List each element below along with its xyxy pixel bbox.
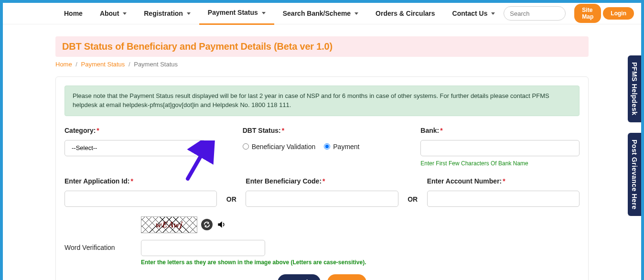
beneficiary-code-field: Enter Beneficiary Code:*: [246, 177, 398, 207]
application-id-label: Enter Application Id:*: [64, 177, 217, 185]
helpdesk-tab[interactable]: PFMS Helpdesk: [628, 55, 641, 122]
caret-down-icon: [491, 12, 495, 15]
nav-contact-us-label: Contact Us: [452, 10, 488, 17]
captcha-text: wEAwj: [155, 220, 183, 230]
required-icon: *: [440, 127, 442, 134]
dbt-status-field: DBT Status:* Beneficiary Validation Paym…: [243, 127, 402, 167]
caret-down-icon: [187, 12, 191, 15]
breadcrumb-payment-status[interactable]: Payment Status: [81, 61, 125, 68]
dbt-status-label: DBT Status:*: [243, 127, 402, 134]
captcha-media: wEAwj: [141, 216, 580, 233]
bank-hint: Enter First Few Characters Of Bank Name: [420, 160, 580, 167]
form-grid-row1: Category:* --Select-- DBT Status:* Benef…: [64, 127, 580, 167]
nav-search-bank-scheme[interactable]: Search Bank/Scheme: [274, 3, 367, 24]
word-verification-input-wrap: Enter the letters as they are shown in t…: [141, 240, 580, 266]
refresh-icon: [204, 221, 210, 228]
or-separator: OR: [222, 195, 241, 207]
required-icon: *: [503, 177, 505, 185]
captcha-image: wEAwj: [141, 216, 197, 233]
captcha-row: wEAwj: [64, 216, 580, 233]
category-field: Category:* --Select--: [64, 127, 224, 167]
side-tabs: PFMS Helpdesk Post Grievance Here: [628, 55, 641, 216]
word-verification-label: Word Verification: [64, 240, 141, 251]
word-verification-row: Word Verification Enter the letters as t…: [64, 240, 580, 266]
beneficiary-code-label: Enter Beneficiary Code:*: [246, 177, 398, 185]
caret-down-icon: [123, 12, 127, 15]
required-icon: *: [130, 177, 133, 185]
speaker-icon: [216, 220, 226, 229]
search-input[interactable]: [504, 6, 566, 21]
application-id-field: Enter Application Id:*: [64, 177, 217, 207]
required-icon: *: [282, 127, 284, 134]
radio-beneficiary-validation-input[interactable]: [243, 143, 249, 150]
login-button[interactable]: Login: [603, 7, 634, 20]
nav-about[interactable]: About: [91, 3, 135, 24]
breadcrumb: Home / Payment Status / Payment Status: [55, 61, 589, 68]
grievance-tab[interactable]: Post Grievance Here: [628, 133, 641, 216]
radio-payment-input[interactable]: [324, 143, 330, 150]
caret-down-icon: [262, 12, 266, 14]
info-note: Please note that the Payment Status resu…: [64, 86, 580, 116]
application-id-input[interactable]: [64, 191, 217, 207]
form-grid-row2: Enter Application Id:* OR Enter Benefici…: [64, 177, 580, 207]
required-icon: *: [97, 127, 99, 134]
nav-registration[interactable]: Registration: [135, 3, 199, 24]
content-area: DBT Status of Beneficiary and Payment De…: [3, 24, 641, 280]
nav-orders-circulars[interactable]: Orders & Circulars: [367, 3, 444, 24]
category-select[interactable]: --Select--: [64, 140, 205, 156]
nav-payment-status[interactable]: Payment Status: [199, 3, 274, 25]
nav-home[interactable]: Home: [55, 3, 91, 24]
page-container: Home About Registration Payment Status S…: [3, 3, 641, 280]
breadcrumb-sep: /: [75, 61, 77, 68]
account-number-field: Enter Account Number:*: [427, 177, 580, 207]
nav-payment-status-label: Payment Status: [208, 9, 258, 16]
top-nav: Home About Registration Payment Status S…: [3, 3, 641, 24]
account-number-label: Enter Account Number:*: [427, 177, 580, 185]
word-verification-input[interactable]: [141, 240, 265, 256]
captcha-reload-button[interactable]: [201, 219, 213, 230]
category-label: Category:*: [64, 127, 224, 134]
nav-registration-label: Registration: [144, 10, 183, 17]
nav-search-bank-scheme-label: Search Bank/Scheme: [283, 10, 351, 17]
page-title-bar: DBT Status of Beneficiary and Payment De…: [55, 36, 589, 57]
reset-button[interactable]: Reset: [327, 274, 366, 280]
breadcrumb-home[interactable]: Home: [55, 61, 72, 68]
nav-about-label: About: [100, 10, 119, 17]
bank-label: Bank:*: [420, 127, 580, 134]
caret-down-icon: [354, 12, 358, 15]
dbt-radio-group: Beneficiary Validation Payment: [243, 140, 402, 151]
breadcrumb-sep: /: [129, 61, 130, 68]
site-map-button[interactable]: Site Map: [574, 4, 601, 23]
form-card: Please note that the Payment Status resu…: [55, 76, 589, 280]
beneficiary-code-input[interactable]: [246, 191, 398, 207]
page-title: DBT Status of Beneficiary and Payment De…: [62, 41, 582, 52]
word-verification-hint: Enter the letters as they are shown in t…: [141, 259, 580, 266]
bank-input[interactable]: [420, 140, 580, 156]
account-number-input[interactable]: [427, 191, 580, 207]
radio-payment[interactable]: Payment: [324, 143, 359, 151]
captcha-audio-button[interactable]: [216, 220, 226, 229]
nav-contact-us[interactable]: Contact Us: [444, 3, 504, 24]
required-icon: *: [322, 177, 325, 185]
radio-beneficiary-validation[interactable]: Beneficiary Validation: [243, 143, 316, 151]
or-separator: OR: [403, 195, 422, 207]
breadcrumb-current: Payment Status: [134, 61, 178, 68]
search-button[interactable]: Search: [278, 274, 321, 280]
bank-field: Bank:* Enter First Few Characters Of Ban…: [420, 127, 580, 167]
button-row: Search Reset: [64, 274, 580, 280]
